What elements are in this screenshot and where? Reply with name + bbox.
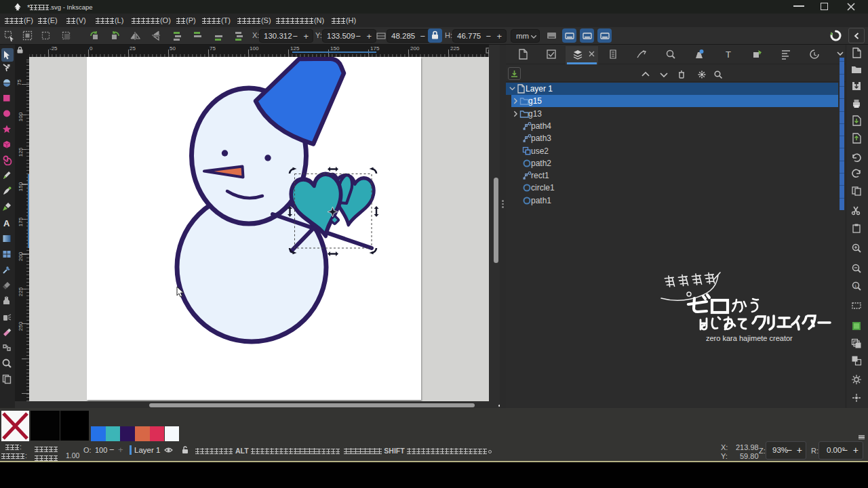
- svg-text:1: 1: [854, 284, 857, 288]
- svg-text:zero kara hajimete creator: zero kara hajimete creator: [706, 334, 793, 342]
- svg-text:A: A: [3, 218, 10, 228]
- svg-text:T: T: [726, 49, 731, 60]
